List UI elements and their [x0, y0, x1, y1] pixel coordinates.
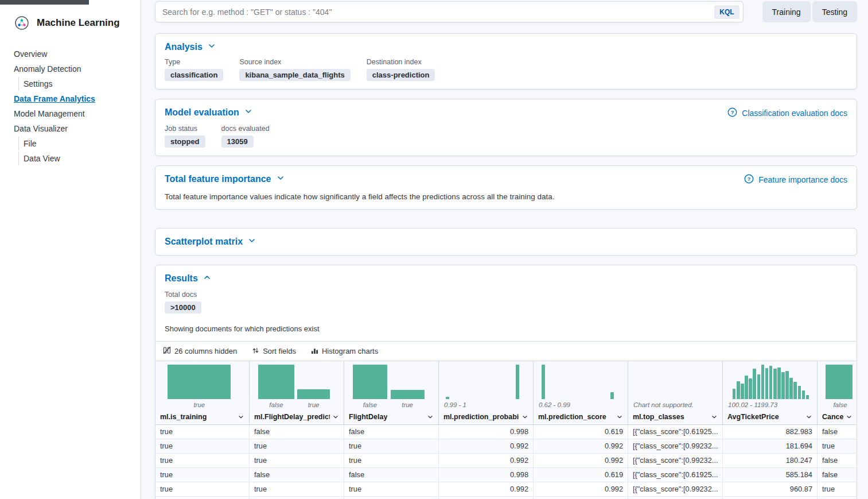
grid-cell[interactable]: true — [155, 497, 250, 499]
grid-cell[interactable]: 0.619 — [534, 468, 628, 482]
model-evaluation-field: Job statusstopped — [165, 125, 205, 148]
column-menu-chevron-icon[interactable] — [521, 413, 528, 420]
sidebar-item-overview[interactable]: Overview — [14, 47, 136, 61]
grid-cell[interactable]: [{"class_score":[0.99232... — [628, 454, 723, 467]
grid-cell[interactable]: 0.619 — [534, 425, 628, 439]
grid-cell[interactable]: false — [344, 497, 439, 499]
grid-cell[interactable]: true — [250, 454, 344, 467]
histogram-charts-button[interactable]: Histogram charts — [311, 347, 378, 356]
sidebar-item-data-frame-analytics[interactable]: Data Frame Analytics — [14, 92, 136, 106]
sidebar-item-model-management[interactable]: Model Management — [14, 107, 136, 121]
grid-cell[interactable]: false — [250, 497, 344, 499]
grid-cell[interactable]: true — [818, 482, 857, 496]
grid-cell[interactable]: 296.878 — [723, 497, 818, 499]
grid-cell[interactable]: 180.247 — [723, 454, 818, 467]
scatterplot-title: Scatterplot matrix — [165, 237, 243, 247]
grid-cell[interactable]: 0.992 — [439, 482, 534, 496]
column-menu-chevron-icon[interactable] — [427, 413, 434, 420]
grid-cell[interactable]: 0.619 — [534, 497, 628, 499]
chevron-down-icon — [248, 237, 256, 247]
grid-cell[interactable]: [{"class_score":[0.61925... — [628, 497, 723, 499]
grid-cell[interactable]: 0.992 — [439, 454, 534, 467]
grid-cell[interactable]: [{"class_score":[0.99232... — [628, 482, 723, 496]
training-testing-toggle: Training Testing — [762, 1, 857, 22]
grid-cell[interactable]: [{"class_score":[0.61925... — [628, 425, 723, 439]
grid-cell[interactable]: true — [818, 439, 857, 453]
grid-cell[interactable]: [{"class_score":[0.99232... — [628, 439, 723, 453]
grid-cell[interactable]: false — [344, 425, 439, 439]
column-menu-chevron-icon[interactable] — [846, 413, 853, 420]
sidebar-item-data-visualizer[interactable]: Data Visualizer — [14, 122, 136, 136]
grid-cell[interactable]: 0.992 — [534, 454, 628, 467]
grid-cell[interactable]: 585.184 — [723, 468, 818, 482]
grid-cell[interactable]: true — [250, 439, 344, 453]
grid-cell[interactable]: [{"class_score":[0.61925... — [628, 468, 723, 482]
grid-cell[interactable]: false — [250, 468, 344, 482]
field-value-badge: classification — [165, 69, 223, 81]
grid-cell[interactable]: 882.983 — [723, 425, 818, 439]
scatterplot-section-toggle[interactable]: Scatterplot matrix — [165, 237, 256, 247]
grid-cell[interactable]: true — [344, 454, 439, 467]
column-header-ml.prediction_score[interactable]: 0.62 - 0.99ml.prediction_score — [534, 361, 628, 424]
grid-cell[interactable]: true — [155, 454, 250, 467]
column-header-ml.is_training[interactable]: trueml.is_training — [155, 361, 250, 424]
grid-cell[interactable]: true — [344, 482, 439, 496]
grid-cell[interactable]: 0.998 — [439, 468, 534, 482]
column-menu-chevron-icon[interactable] — [711, 413, 718, 420]
analysis-section-toggle[interactable]: Analysis — [165, 42, 216, 52]
grid-cell[interactable]: false — [250, 425, 344, 439]
search-input[interactable] — [155, 2, 711, 22]
columns-hidden-button[interactable]: 26 columns hidden — [163, 346, 237, 356]
grid-cell[interactable]: false — [818, 454, 857, 467]
results-panel: Results Total docs >10000 Showing docume… — [155, 265, 857, 499]
column-header-ml.prediction_probabilit[interactable]: 0.99 - 1ml.prediction_probabilit — [439, 361, 534, 424]
grid-cell[interactable]: 0.992 — [534, 482, 628, 496]
column-menu-chevron-icon[interactable] — [616, 413, 623, 420]
column-menu-chevron-icon[interactable] — [238, 413, 244, 420]
grid-cell[interactable]: 0.992 — [439, 439, 534, 453]
grid-cell[interactable]: true — [155, 439, 250, 453]
column-header-ml.top_classes[interactable]: Chart not supported.ml.top_classes — [628, 361, 723, 424]
grid-cell[interactable]: true — [250, 482, 344, 496]
table-row: truetruetrue0.9920.992[{"class_score":[0… — [155, 439, 857, 454]
sort-fields-button[interactable]: Sort fields — [252, 347, 296, 356]
column-menu-chevron-icon[interactable] — [805, 413, 812, 420]
histogram-bar — [542, 365, 545, 399]
testing-button[interactable]: Testing — [812, 1, 857, 22]
results-section-toggle[interactable]: Results — [165, 273, 211, 284]
sidebar-item-data-view[interactable]: Data View — [18, 152, 136, 165]
grid-cell[interactable]: true — [344, 439, 439, 453]
kql-badge[interactable]: KQL — [714, 5, 739, 19]
training-button[interactable]: Training — [762, 1, 811, 22]
column-header-Cancelled[interactable]: falseCancelled — [818, 361, 857, 424]
sidebar-item-anomaly-detection[interactable]: Anomaly Detection — [14, 62, 136, 76]
grid-cell[interactable]: true — [155, 482, 250, 496]
grid-cell[interactable]: false — [818, 497, 857, 499]
grid-cell[interactable]: false — [818, 425, 857, 439]
histogram-labels: falsetrue — [349, 399, 434, 409]
feature-importance-section-toggle[interactable]: Total feature importance — [165, 174, 285, 184]
sidebar-item-settings[interactable]: Settings — [18, 77, 136, 91]
column-header-AvgTicketPrice[interactable]: 100.02 - 1199.73AvgTicketPrice — [723, 361, 818, 424]
feature-importance-docs-link[interactable]: ? Feature importance docs — [744, 174, 847, 185]
grid-cell[interactable]: 960.87 — [723, 482, 818, 496]
grid-cell[interactable]: false — [344, 468, 439, 482]
columns-hidden-label: 26 columns hidden — [174, 347, 237, 355]
sidebar-item-file[interactable]: File — [18, 137, 136, 150]
grid-cell[interactable]: 0.998 — [439, 425, 534, 439]
column-menu-chevron-icon[interactable] — [332, 413, 339, 420]
grid-cell[interactable]: 0.992 — [534, 439, 628, 453]
grid-cell[interactable]: true — [155, 468, 250, 482]
search-bar[interactable]: KQL — [155, 1, 744, 22]
sidebar-nav: OverviewAnomaly DetectionSettingsData Fr… — [0, 44, 141, 165]
grid-toolbar: 26 columns hidden Sort fields Histogram … — [155, 341, 857, 361]
grid-cell[interactable]: 181.694 — [723, 439, 818, 453]
model-evaluation-title: Model evaluation — [165, 107, 239, 118]
model-evaluation-section-toggle[interactable]: Model evaluation — [165, 107, 252, 118]
column-header-FlightDelay[interactable]: falsetrueFlightDelay — [344, 361, 439, 424]
classification-evaluation-docs-link[interactable]: ? Classification evaluation docs — [727, 107, 847, 119]
column-header-ml.FlightDelay_predictio[interactable]: falsetrueml.FlightDelay_predictio — [250, 361, 344, 424]
grid-cell[interactable]: 0.998 — [439, 497, 534, 499]
grid-cell[interactable]: false — [818, 468, 857, 482]
grid-cell[interactable]: true — [155, 425, 250, 439]
